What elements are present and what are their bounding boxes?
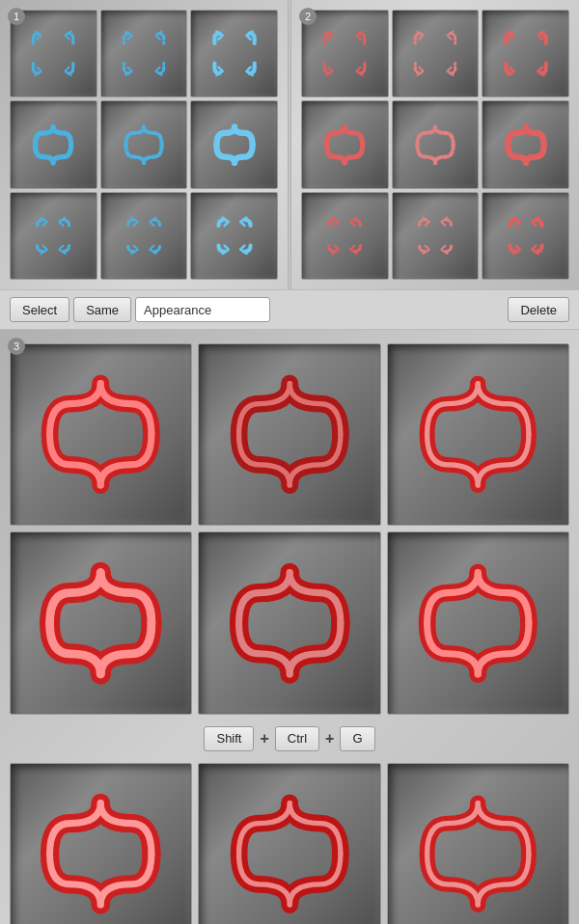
appearance-input[interactable] [135,297,270,322]
cell-2-6[interactable] [482,100,569,188]
section-3-number: 3 [8,338,25,355]
cell-2-1[interactable] [301,10,389,97]
cell-1-6[interactable] [190,100,278,188]
cell-3-4[interactable] [10,531,192,714]
cell-3-5[interactable] [198,531,380,714]
cell-1-7[interactable] [10,192,97,280]
cell-2-5[interactable] [392,100,480,188]
cell-2-4[interactable] [301,100,389,188]
cell-3-9[interactable] [387,763,569,924]
shift-key: Shift [204,726,254,751]
delete-button[interactable]: Delete [508,297,569,322]
cell-2-9[interactable] [482,192,569,280]
cell-1-3[interactable] [190,10,278,97]
same-button[interactable]: Same [73,297,131,322]
grid-2 [301,10,569,280]
keyboard-hint: Shift + Ctrl + G [10,720,569,757]
toolbar: Select Same Delete [0,289,579,330]
bottom-panel: 3 [0,330,579,924]
plus-icon-1: + [260,730,268,747]
select-button[interactable]: Select [10,297,69,322]
cell-3-2[interactable] [198,343,380,526]
ctrl-key: Ctrl [275,726,319,751]
cell-2-3[interactable] [482,10,569,97]
cell-3-8[interactable] [198,763,380,924]
cell-1-8[interactable] [100,192,188,280]
cell-3-1[interactable] [10,343,192,526]
section-1: 1 [0,0,288,289]
cell-3-3[interactable] [387,343,569,526]
cell-3-6[interactable] [387,531,569,714]
grid-1 [10,10,278,280]
g-key: G [340,726,374,751]
cell-1-5[interactable] [100,100,188,188]
cell-2-7[interactable] [301,192,389,280]
cell-2-8[interactable] [392,192,480,280]
cell-2-2[interactable] [392,10,480,97]
cell-1-2[interactable] [100,10,188,97]
cell-1-1[interactable] [10,10,97,97]
cell-3-7[interactable] [10,763,192,924]
section-2: 2 [291,0,579,289]
top-panel: 1 [0,0,579,289]
section-2-number: 2 [299,8,317,25]
cell-1-4[interactable] [10,100,97,188]
plus-icon-2: + [325,730,334,747]
cell-1-9[interactable] [190,192,278,280]
section-1-number: 1 [8,8,25,25]
